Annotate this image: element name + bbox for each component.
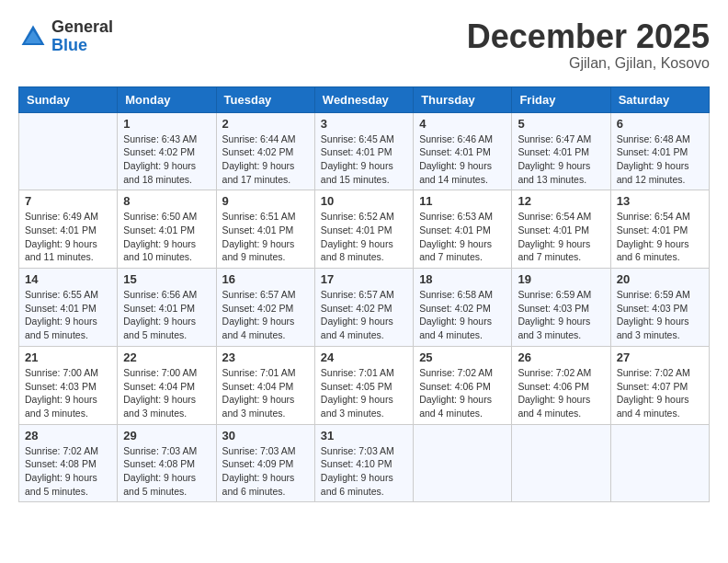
day-number: 1 bbox=[123, 117, 210, 131]
day-info: Sunrise: 6:57 AMSunset: 4:02 PMDaylight:… bbox=[321, 288, 407, 342]
logo-blue-text: Blue bbox=[51, 37, 113, 55]
day-info: Sunrise: 6:57 AMSunset: 4:02 PMDaylight:… bbox=[222, 288, 309, 342]
day-info: Sunrise: 6:54 AMSunset: 4:01 PMDaylight:… bbox=[617, 210, 703, 264]
calendar-cell: 13Sunrise: 6:54 AMSunset: 4:01 PMDayligh… bbox=[610, 190, 709, 269]
calendar-cell: 10Sunrise: 6:52 AMSunset: 4:01 PMDayligh… bbox=[314, 190, 413, 269]
day-number: 7 bbox=[25, 194, 111, 208]
day-number: 18 bbox=[419, 272, 506, 286]
calendar-cell: 31Sunrise: 7:03 AMSunset: 4:10 PMDayligh… bbox=[314, 424, 413, 502]
calendar-cell: 1Sunrise: 6:43 AMSunset: 4:02 PMDaylight… bbox=[118, 112, 216, 190]
day-info: Sunrise: 6:53 AMSunset: 4:01 PMDaylight:… bbox=[419, 210, 506, 264]
day-info: Sunrise: 7:03 AMSunset: 4:10 PMDaylight:… bbox=[321, 444, 407, 499]
day-number: 24 bbox=[321, 350, 407, 364]
calendar-cell: 2Sunrise: 6:44 AMSunset: 4:02 PMDaylight… bbox=[216, 112, 314, 190]
day-number: 14 bbox=[25, 272, 111, 286]
day-number: 29 bbox=[123, 429, 210, 442]
day-number: 10 bbox=[321, 194, 407, 208]
day-info: Sunrise: 7:00 AMSunset: 4:04 PMDaylight:… bbox=[123, 366, 210, 420]
calendar-cell: 15Sunrise: 6:56 AMSunset: 4:01 PMDayligh… bbox=[118, 269, 216, 347]
calendar-week-row: 14Sunrise: 6:55 AMSunset: 4:01 PMDayligh… bbox=[19, 269, 710, 347]
day-number: 22 bbox=[123, 350, 210, 364]
calendar-cell: 22Sunrise: 7:00 AMSunset: 4:04 PMDayligh… bbox=[118, 346, 216, 424]
calendar-cell: 17Sunrise: 6:57 AMSunset: 4:02 PMDayligh… bbox=[314, 269, 413, 347]
calendar-cell: 28Sunrise: 7:02 AMSunset: 4:08 PMDayligh… bbox=[19, 424, 118, 502]
calendar-cell bbox=[610, 424, 709, 502]
calendar-cell: 11Sunrise: 6:53 AMSunset: 4:01 PMDayligh… bbox=[414, 190, 512, 269]
day-info: Sunrise: 6:52 AMSunset: 4:01 PMDaylight:… bbox=[321, 210, 407, 264]
calendar-week-row: 1Sunrise: 6:43 AMSunset: 4:02 PMDaylight… bbox=[19, 112, 710, 190]
calendar-dow-sunday: Sunday bbox=[19, 86, 118, 112]
day-info: Sunrise: 7:03 AMSunset: 4:08 PMDaylight:… bbox=[123, 444, 210, 499]
calendar-cell: 5Sunrise: 6:47 AMSunset: 4:01 PMDaylight… bbox=[512, 112, 610, 190]
calendar-cell: 19Sunrise: 6:59 AMSunset: 4:03 PMDayligh… bbox=[512, 269, 610, 347]
day-info: Sunrise: 6:45 AMSunset: 4:01 PMDaylight:… bbox=[321, 132, 407, 187]
header: General Blue December 2025 Gjilan, Gjila… bbox=[18, 18, 710, 72]
calendar-cell: 12Sunrise: 6:54 AMSunset: 4:01 PMDayligh… bbox=[512, 190, 610, 269]
calendar-cell: 26Sunrise: 7:02 AMSunset: 4:06 PMDayligh… bbox=[512, 346, 610, 424]
day-info: Sunrise: 6:51 AMSunset: 4:01 PMDaylight:… bbox=[222, 210, 309, 264]
logo-icon bbox=[18, 22, 48, 52]
day-number: 2 bbox=[222, 117, 309, 131]
day-number: 21 bbox=[25, 350, 111, 364]
day-number: 8 bbox=[123, 194, 210, 208]
day-number: 16 bbox=[222, 272, 309, 286]
calendar-cell bbox=[19, 112, 118, 190]
calendar-cell bbox=[414, 424, 512, 502]
calendar-header-row: SundayMondayTuesdayWednesdayThursdayFrid… bbox=[19, 86, 710, 112]
day-info: Sunrise: 6:48 AMSunset: 4:01 PMDaylight:… bbox=[617, 132, 703, 187]
day-number: 28 bbox=[25, 429, 111, 442]
day-info: Sunrise: 6:46 AMSunset: 4:01 PMDaylight:… bbox=[419, 132, 506, 187]
calendar-cell: 14Sunrise: 6:55 AMSunset: 4:01 PMDayligh… bbox=[19, 269, 118, 347]
calendar-cell: 27Sunrise: 7:02 AMSunset: 4:07 PMDayligh… bbox=[610, 346, 709, 424]
day-number: 9 bbox=[222, 194, 309, 208]
calendar-cell bbox=[512, 424, 610, 502]
day-info: Sunrise: 6:59 AMSunset: 4:03 PMDaylight:… bbox=[518, 288, 604, 342]
day-info: Sunrise: 7:01 AMSunset: 4:04 PMDaylight:… bbox=[222, 366, 309, 420]
day-info: Sunrise: 6:50 AMSunset: 4:01 PMDaylight:… bbox=[123, 210, 210, 264]
calendar-dow-thursday: Thursday bbox=[414, 86, 512, 112]
day-info: Sunrise: 6:47 AMSunset: 4:01 PMDaylight:… bbox=[518, 132, 604, 187]
calendar-cell: 23Sunrise: 7:01 AMSunset: 4:04 PMDayligh… bbox=[216, 346, 314, 424]
calendar-cell: 24Sunrise: 7:01 AMSunset: 4:05 PMDayligh… bbox=[314, 346, 413, 424]
calendar-cell: 20Sunrise: 6:59 AMSunset: 4:03 PMDayligh… bbox=[610, 269, 709, 347]
day-info: Sunrise: 7:02 AMSunset: 4:08 PMDaylight:… bbox=[25, 444, 111, 499]
calendar-dow-monday: Monday bbox=[118, 86, 216, 112]
day-number: 6 bbox=[617, 117, 703, 131]
day-info: Sunrise: 6:43 AMSunset: 4:02 PMDaylight:… bbox=[123, 132, 210, 187]
calendar-dow-wednesday: Wednesday bbox=[314, 86, 413, 112]
calendar-cell: 18Sunrise: 6:58 AMSunset: 4:02 PMDayligh… bbox=[414, 269, 512, 347]
day-info: Sunrise: 6:58 AMSunset: 4:02 PMDaylight:… bbox=[419, 288, 506, 342]
day-number: 15 bbox=[123, 272, 210, 286]
day-number: 5 bbox=[518, 117, 604, 131]
day-info: Sunrise: 7:02 AMSunset: 4:07 PMDaylight:… bbox=[617, 366, 703, 420]
day-number: 26 bbox=[518, 350, 604, 364]
day-number: 19 bbox=[518, 272, 604, 286]
day-number: 30 bbox=[222, 429, 309, 442]
day-number: 17 bbox=[321, 272, 407, 286]
day-number: 23 bbox=[222, 350, 309, 364]
calendar-cell: 16Sunrise: 6:57 AMSunset: 4:02 PMDayligh… bbox=[216, 269, 314, 347]
day-number: 25 bbox=[419, 350, 506, 364]
day-info: Sunrise: 6:49 AMSunset: 4:01 PMDaylight:… bbox=[25, 210, 111, 264]
day-info: Sunrise: 7:02 AMSunset: 4:06 PMDaylight:… bbox=[518, 366, 604, 420]
day-info: Sunrise: 7:00 AMSunset: 4:03 PMDaylight:… bbox=[25, 366, 111, 420]
day-number: 31 bbox=[321, 429, 407, 442]
day-info: Sunrise: 6:55 AMSunset: 4:01 PMDaylight:… bbox=[25, 288, 111, 342]
calendar-dow-friday: Friday bbox=[512, 86, 610, 112]
day-info: Sunrise: 6:59 AMSunset: 4:03 PMDaylight:… bbox=[617, 288, 703, 342]
title-area: December 2025 Gjilan, Gjilan, Kosovo bbox=[467, 18, 710, 72]
calendar-cell: 21Sunrise: 7:00 AMSunset: 4:03 PMDayligh… bbox=[19, 346, 118, 424]
day-number: 20 bbox=[617, 272, 703, 286]
day-number: 12 bbox=[518, 194, 604, 208]
calendar-cell: 3Sunrise: 6:45 AMSunset: 4:01 PMDaylight… bbox=[314, 112, 413, 190]
calendar-dow-saturday: Saturday bbox=[610, 86, 709, 112]
day-info: Sunrise: 7:02 AMSunset: 4:06 PMDaylight:… bbox=[419, 366, 506, 420]
logo-general-text: General bbox=[51, 18, 113, 37]
calendar-week-row: 28Sunrise: 7:02 AMSunset: 4:08 PMDayligh… bbox=[19, 424, 710, 502]
location-title: Gjilan, Gjilan, Kosovo bbox=[467, 55, 710, 72]
logo-text: General Blue bbox=[51, 18, 113, 55]
day-number: 4 bbox=[419, 117, 506, 131]
calendar-week-row: 7Sunrise: 6:49 AMSunset: 4:01 PMDaylight… bbox=[19, 190, 710, 269]
day-info: Sunrise: 6:54 AMSunset: 4:01 PMDaylight:… bbox=[518, 210, 604, 264]
calendar-cell: 8Sunrise: 6:50 AMSunset: 4:01 PMDaylight… bbox=[118, 190, 216, 269]
